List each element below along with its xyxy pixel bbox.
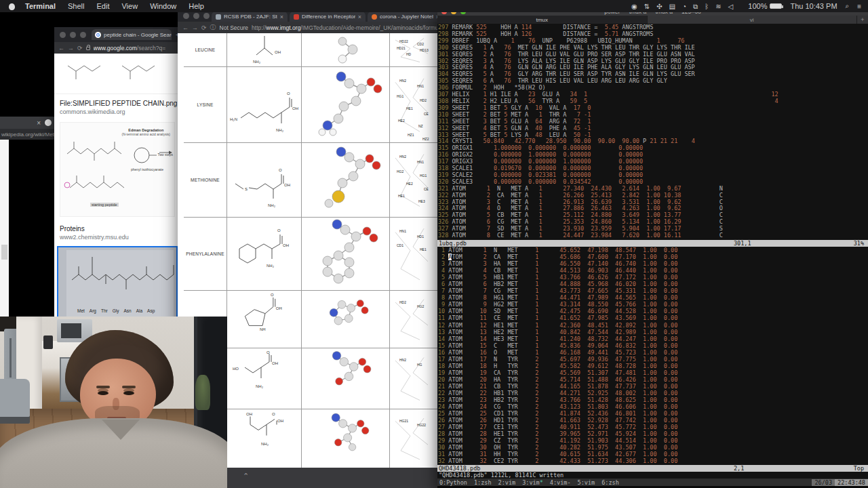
- tmux-window-0[interactable]: 0:Python: [439, 479, 467, 486]
- not-secure-label[interactable]: Not Secure: [220, 24, 249, 31]
- background-tab-close-icon[interactable]: ×: [37, 119, 41, 127]
- zoom-button[interactable]: [203, 13, 210, 19]
- house-plant: [195, 375, 210, 410]
- edman-caption: starting peptide: [90, 203, 119, 207]
- svg-text:HZ1: HZ1: [408, 133, 414, 137]
- terminal-tab-tmux[interactable]: tmux: [437, 16, 648, 24]
- updown-arrows-icon[interactable]: ⇅: [644, 3, 650, 10]
- svg-text:HN1: HN1: [399, 229, 406, 233]
- terminal-body[interactable]: 297 REMARK 525 HOH A 114 DISTANCE = 5.45…: [437, 24, 868, 488]
- menu-window[interactable]: Window: [150, 2, 176, 10]
- apple-menu-icon[interactable]: [8, 3, 16, 10]
- model-3d: [302, 291, 390, 348]
- screen-mirroring-icon[interactable]: ⧉: [693, 3, 698, 10]
- svg-text:HE1: HE1: [420, 247, 427, 251]
- tmux-status-bar: 0:Python1:zsh2:vim3:vim*4:vim-5:vim6:zsh…: [437, 479, 868, 486]
- terminal-line: 9 ATOM 9 HG2 MET 1 43.314 48.550 45.766 …: [438, 301, 868, 308]
- svg-text:S: S: [245, 187, 248, 191]
- tmux-window-3[interactable]: 3:vim*: [522, 479, 543, 486]
- spotlight-icon[interactable]: ⌕: [846, 2, 850, 10]
- tmux-window-5[interactable]: 5:vim: [578, 479, 595, 486]
- notification-center-icon[interactable]: ≡: [857, 3, 861, 10]
- wifi-icon[interactable]: ≋: [715, 3, 721, 10]
- tmux-window-1[interactable]: 1:zsh: [474, 479, 492, 486]
- left-url-text[interactable]: www.google.com/search?q=: [94, 45, 166, 52]
- background-url-fragment: wikipedia.org/wiki/Methio: [0, 129, 54, 140]
- svg-text:OH: OH: [272, 361, 278, 365]
- edman-degradation-image[interactable]: Edman Degradation (N-terminal amino acid…: [60, 122, 175, 217]
- tmux-window-6[interactable]: 6:zsh: [601, 479, 619, 486]
- edman-steps-label: Two steps: [157, 152, 173, 157]
- model-3d: [302, 218, 390, 290]
- left-url-bar[interactable]: ← → ⟳ www.google.com/search?q=: [54, 42, 180, 54]
- battery-indicator[interactable]: 100%: [748, 2, 782, 10]
- middle-window-controls[interactable]: [183, 13, 210, 19]
- terminal-tab-vi[interactable]: vi: [648, 16, 858, 24]
- middle-url-bar[interactable]: ← → ⟳ ⓘ Not Secure http://www.imgt.org/I…: [178, 22, 449, 33]
- chevron-up-icon[interactable]: ⌃: [243, 472, 249, 481]
- minimize-button[interactable]: [193, 13, 199, 19]
- menu-help[interactable]: Help: [189, 2, 204, 10]
- svg-text:HD21: HD21: [397, 46, 406, 50]
- background-wikipedia-window[interactable]: × wikipedia.org/wiki/Methio: [0, 117, 54, 317]
- left-window-controls[interactable]: [60, 32, 86, 38]
- back-icon[interactable]: ←: [182, 24, 189, 31]
- svg-text:HG21: HG21: [399, 419, 408, 423]
- info-icon: ⓘ: [210, 23, 216, 32]
- volume-icon[interactable]: ◁: [728, 3, 734, 10]
- vim-pane-qhd43418[interactable]: 1 ATOM 1 N MET 1 45.652 47.198 48.547 1.…: [438, 247, 868, 465]
- tab-3[interactable]: corona - Jupyter Notebook×: [368, 12, 443, 22]
- terminal-line: 1 ATOM 1 N MET 1 45.652 47.198 48.547 1.…: [438, 247, 868, 253]
- left-window-titlebar[interactable]: G peptide chain - Google Search × +: [54, 27, 180, 42]
- time-machine-icon[interactable]: ◔: [682, 3, 686, 10]
- peptide-chain-drawing: [66, 250, 178, 307]
- result-source[interactable]: www2.chemistry.msu.edu: [54, 234, 180, 245]
- minimize-button[interactable]: [70, 32, 76, 38]
- svg-text:HD: HD: [406, 52, 412, 56]
- display-icon[interactable]: ▤: [669, 3, 675, 10]
- back-icon[interactable]: ←: [58, 45, 64, 52]
- eye: [98, 391, 108, 395]
- result-source[interactable]: commons.wikimedia.org: [54, 108, 180, 119]
- lock-icon: [86, 47, 90, 50]
- reload-icon[interactable]: ⟳: [201, 24, 207, 31]
- bluetooth-icon[interactable]: ᛒ: [705, 3, 709, 10]
- terminal-window[interactable]: power — tmux a — tmux a — 125×68 tmuxvi+…: [437, 7, 868, 488]
- svg-text:HE1: HE1: [406, 106, 413, 110]
- menu-bar-clock[interactable]: Thu 10:43 PM: [790, 2, 837, 10]
- menu-terminal[interactable]: Terminal: [25, 2, 56, 10]
- tmux-window-2[interactable]: 2:vim: [498, 479, 516, 486]
- desktop: TerminalShellEditViewWindowHelp ◉⇅✣▤◔⧉ᛒ≋…: [0, 0, 868, 488]
- forward-icon[interactable]: →: [68, 45, 74, 52]
- close-button[interactable]: [60, 32, 66, 38]
- result-image-top-fragment[interactable]: [54, 54, 180, 94]
- zoom-button[interactable]: [80, 32, 86, 38]
- selected-peptide-image[interactable]: MetArgThrGlyAsnAlaAsp: [57, 246, 178, 322]
- background-tab-strip: ×: [0, 117, 54, 129]
- accessibility-icon[interactable]: ✣: [656, 3, 662, 10]
- terminal-line: 22 ATOM 22 HB1 TYR 2 44.271 52.925 48.00…: [438, 390, 868, 396]
- color-wheel-icon[interactable]: ◉: [631, 3, 637, 10]
- terminal-line: 28 ATOM 28 HE1 TYR 2 39.965 52.971 45.92…: [438, 430, 868, 437]
- tab-2[interactable]: Difference in Receptor Usag×: [290, 12, 366, 22]
- forward-icon[interactable]: →: [192, 24, 198, 31]
- menu-edit[interactable]: Edit: [97, 2, 110, 10]
- vim-pane-1ubq[interactable]: 297 REMARK 525 HOH A 114 DISTANCE = 5.45…: [438, 24, 868, 240]
- terminal-tab-strip: tmuxvi+: [437, 16, 868, 24]
- tab-close-icon[interactable]: ×: [358, 14, 361, 20]
- background-page-edge: [0, 140, 9, 317]
- menu-shell[interactable]: Shell: [68, 2, 84, 10]
- terminal-line: 26 ATOM 26 HD1 TYR 2 41.663 52.928 47.74…: [438, 417, 868, 424]
- tab-google-search[interactable]: G peptide chain - Google Search ×: [92, 29, 172, 40]
- result-title[interactable]: Proteins: [54, 220, 180, 234]
- tab-1[interactable]: RCSB PDB - 2AJF: Structur×: [212, 12, 288, 22]
- tab-close-icon[interactable]: ×: [280, 14, 283, 20]
- close-button[interactable]: [183, 13, 189, 19]
- tmux-window-4[interactable]: 4:vim-: [550, 479, 571, 486]
- svg-text:HD2: HD2: [420, 98, 427, 102]
- middle-url-text[interactable]: http://www.imgt.org/IMGTeducation/Aide-m…: [252, 24, 444, 31]
- result-title[interactable]: File:SIMPLIFIED PEPTIDE CHAIN.png ...: [54, 94, 180, 108]
- terminal-new-tab-button[interactable]: +: [857, 16, 868, 24]
- reload-icon[interactable]: ⟳: [77, 45, 83, 52]
- menu-view[interactable]: View: [121, 2, 138, 10]
